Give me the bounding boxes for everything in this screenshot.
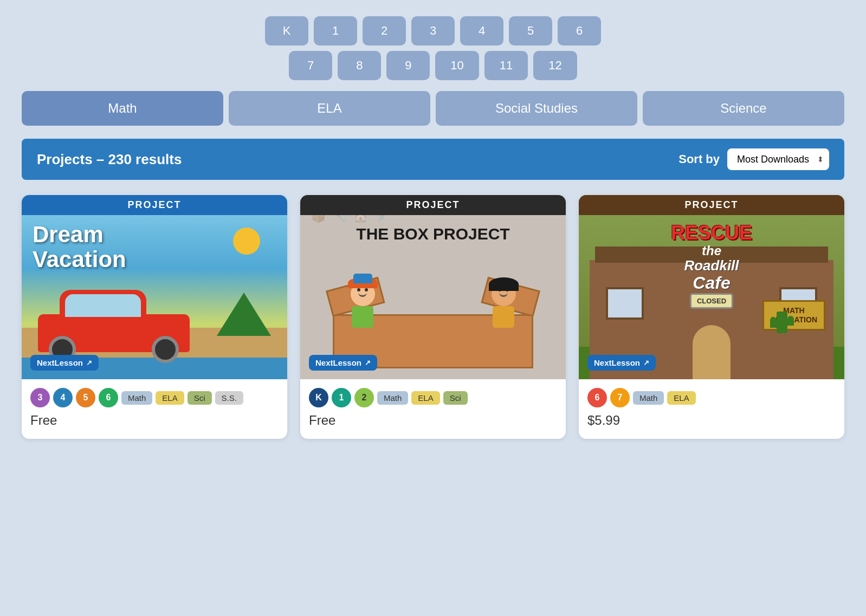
car-wheel-right — [152, 336, 179, 363]
card-roadkill-cafe[interactable]: CLOSED MATHSIMULATION RESCUE the Roadkil… — [579, 195, 844, 439]
card-1-footer: 3 4 5 6 Math ELA Sci S.S. Free — [22, 379, 287, 439]
grade-filter-section: K 1 2 3 4 5 6 7 8 9 10 11 12 — [22, 16, 844, 80]
char-head-left — [351, 282, 375, 306]
card-2-subject-sci[interactable]: Sci — [443, 391, 468, 405]
grade-btn-1[interactable]: 1 — [314, 16, 357, 46]
card-2-grade-2[interactable]: 2 — [354, 388, 374, 407]
card-image-2: 📦 🔧 🏠 ✂️ THE BOX PROJECT — [300, 195, 566, 379]
card-2-grade-1[interactable]: 1 — [332, 388, 351, 407]
sort-by-label: Sort by — [678, 152, 720, 166]
card-1-badge: PROJECT — [22, 195, 287, 215]
char-head-right — [492, 282, 516, 306]
card-1-title: DreamVacation — [33, 222, 126, 272]
char-hat — [353, 274, 372, 283]
card-box-project[interactable]: 📦 🔧 🏠 ✂️ THE BOX PROJECT — [300, 195, 566, 439]
card-3-subject-math[interactable]: Math — [633, 391, 664, 405]
card-3-grade-7[interactable]: 7 — [610, 388, 630, 407]
card-dream-vacation[interactable]: DreamVacation PROJECT NextLesson ↗ 3 4 5… — [22, 195, 287, 439]
external-link-icon-1: ↗ — [86, 359, 92, 367]
card-3-badge: PROJECT — [579, 195, 844, 215]
car-illustration — [33, 293, 276, 363]
cactus-decoration — [777, 312, 787, 333]
grade-btn-2[interactable]: 2 — [363, 16, 406, 46]
card-2-badge: PROJECT — [300, 195, 566, 215]
grade-btn-12[interactable]: 12 — [533, 51, 577, 80]
subject-btn-math[interactable]: Math — [22, 91, 223, 126]
cards-container: DreamVacation PROJECT NextLesson ↗ 3 4 5… — [22, 195, 844, 439]
external-link-icon-3: ↗ — [643, 359, 649, 367]
car-window — [65, 294, 141, 317]
card-3-subject-ela[interactable]: ELA — [667, 391, 695, 405]
card-image-1: DreamVacation PROJECT NextLesson ↗ — [22, 195, 287, 379]
sort-section: Sort by Most Downloads Newest Alphabetic… — [678, 148, 829, 170]
card-1-subject-ela[interactable]: ELA — [156, 391, 184, 405]
char-body-left — [352, 306, 373, 328]
grade-btn-4[interactable]: 4 — [460, 16, 503, 46]
subject-btn-science[interactable]: Science — [643, 91, 844, 126]
char-body-right — [493, 306, 514, 328]
sun-decoration — [233, 228, 260, 255]
results-count: Projects – 230 results — [37, 151, 182, 168]
subject-filter-row: Math ELA Social Studies Science — [22, 91, 844, 126]
the-word: the — [702, 243, 721, 258]
card-3-provider-badge[interactable]: NextLesson ↗ — [587, 355, 656, 371]
grade-btn-7[interactable]: 7 — [289, 51, 332, 80]
rescue-word: RESCUE — [579, 222, 844, 244]
card-2-price: Free — [309, 413, 557, 428]
card-1-subject-sci[interactable]: Sci — [188, 391, 212, 405]
card-2-tags: K 1 2 Math ELA Sci — [309, 388, 557, 407]
char-left — [344, 282, 382, 330]
sort-select[interactable]: Most Downloads Newest Alphabetical — [727, 148, 829, 170]
provider-label-3: NextLesson — [594, 358, 640, 367]
card-2-subject-math[interactable]: Math — [377, 391, 408, 405]
grade-btn-10[interactable]: 10 — [435, 51, 479, 80]
sort-wrapper: Most Downloads Newest Alphabetical — [727, 148, 829, 170]
grade-btn-11[interactable]: 11 — [484, 51, 528, 80]
card-1-provider-badge[interactable]: NextLesson ↗ — [30, 355, 99, 371]
card-1-grade-3[interactable]: 3 — [30, 388, 50, 407]
grade-btn-5[interactable]: 5 — [509, 16, 552, 46]
provider-label-2: NextLesson — [315, 358, 361, 367]
subject-btn-ela[interactable]: ELA — [229, 91, 430, 126]
eye — [357, 288, 360, 291]
grade-btn-6[interactable]: 6 — [558, 16, 601, 46]
eye — [365, 288, 368, 291]
card-2-provider-badge[interactable]: NextLesson ↗ — [309, 355, 377, 371]
card-3-tags: 6 7 Math ELA — [587, 388, 836, 407]
closed-sign: CLOSED — [690, 293, 733, 309]
char-smile-left — [358, 293, 367, 297]
card-1-price: Free — [30, 413, 279, 428]
card-3-grade-6[interactable]: 6 — [587, 388, 607, 407]
card-1-subject-ss[interactable]: S.S. — [215, 391, 243, 405]
cafe-word: Cafe — [579, 274, 844, 293]
card-1-grade-6[interactable]: 6 — [99, 388, 118, 407]
grade-btn-K[interactable]: K — [265, 16, 308, 46]
roadkill-word: Roadkill — [579, 258, 844, 274]
external-link-icon-2: ↗ — [365, 359, 371, 367]
char-hair-right — [489, 277, 519, 291]
grade-btn-9[interactable]: 9 — [386, 51, 430, 80]
card-3-footer: 6 7 Math ELA $5.99 — [579, 379, 844, 439]
card-3-price: $5.99 — [587, 413, 836, 428]
card-image-3: CLOSED MATHSIMULATION RESCUE the Roadkil… — [579, 195, 844, 379]
card-2-footer: K 1 2 Math ELA Sci Free — [300, 379, 566, 439]
rescue-title: RESCUE the Roadkill Cafe — [579, 222, 844, 293]
subject-btn-social-studies[interactable]: Social Studies — [436, 91, 637, 126]
card-1-subject-math[interactable]: Math — [121, 391, 152, 405]
card-2-visual-title: THE BOX PROJECT — [300, 225, 566, 243]
cafe-door — [693, 325, 731, 379]
card-1-grade-4[interactable]: 4 — [53, 388, 73, 407]
char-right — [484, 282, 522, 330]
grade-row-2: 7 8 9 10 11 12 — [289, 51, 577, 80]
card-1-tags: 3 4 5 6 Math ELA Sci S.S. — [30, 388, 279, 407]
card-2-subject-ela[interactable]: ELA — [411, 391, 440, 405]
grade-btn-8[interactable]: 8 — [338, 51, 381, 80]
provider-label-1: NextLesson — [37, 358, 83, 367]
char-smile-right — [499, 293, 508, 297]
results-bar: Projects – 230 results Sort by Most Down… — [22, 139, 844, 180]
card-2-grade-K[interactable]: K — [309, 388, 328, 407]
grade-btn-3[interactable]: 3 — [411, 16, 455, 46]
grade-row-1: K 1 2 3 4 5 6 — [265, 16, 601, 46]
card-1-grade-5[interactable]: 5 — [76, 388, 95, 407]
